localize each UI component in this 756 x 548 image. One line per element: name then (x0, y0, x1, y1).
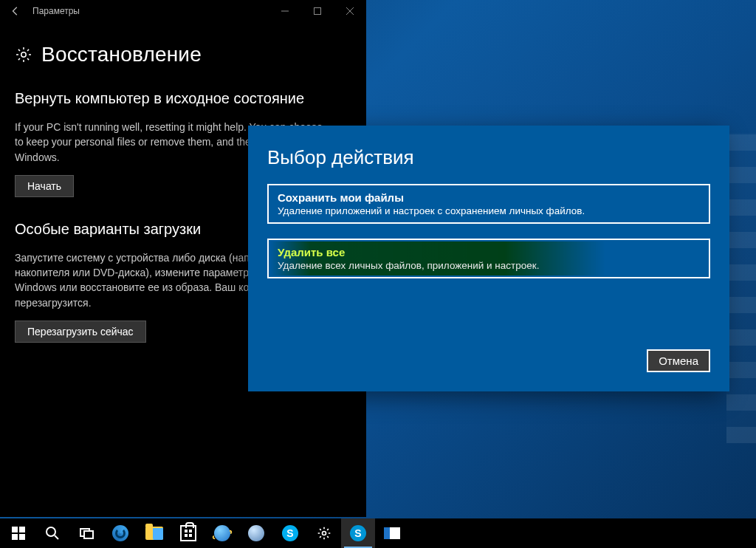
task-view-button[interactable] (69, 518, 103, 548)
start-button[interactable] (1, 518, 35, 548)
skype-preview-icon: S (350, 525, 366, 541)
svg-rect-8 (84, 531, 93, 538)
windows-icon (10, 524, 27, 542)
minimize-button[interactable] (269, 0, 301, 22)
back-button[interactable] (4, 0, 27, 22)
option-keep-files[interactable]: Сохранить мои файлы Удаление приложений … (267, 184, 710, 224)
close-button[interactable] (334, 0, 366, 22)
window-title: Параметры (32, 6, 80, 16)
reset-heading: Вернуть компьютер в исходное состояние (15, 89, 351, 108)
svg-rect-0 (315, 8, 321, 15)
skype-preview-button[interactable]: S (341, 518, 375, 548)
globe-app-button[interactable] (239, 518, 273, 548)
page-header: Восстановление (15, 43, 351, 66)
edge-icon (112, 525, 128, 541)
svg-point-13 (323, 532, 326, 535)
skype-button[interactable]: S (273, 518, 307, 548)
svg-rect-5 (19, 534, 25, 540)
skype-icon: S (282, 525, 298, 541)
reset-choice-dialog: Выбор действия Сохранить мои файлы Удале… (248, 126, 729, 391)
edge-button[interactable] (103, 518, 137, 548)
option-remove-desc: Удаление всех личных файлов, приложений … (278, 260, 700, 271)
gear-icon (317, 526, 331, 541)
titlebar: Параметры (0, 0, 366, 22)
svg-rect-10 (189, 530, 192, 532)
svg-rect-3 (19, 527, 25, 532)
option-remove-title: Удалить все (278, 246, 700, 258)
taskbar: S S (0, 518, 756, 548)
gear-icon (15, 46, 32, 64)
dialog-title: Выбор действия (267, 146, 710, 169)
svg-rect-11 (185, 534, 188, 537)
reset-start-button[interactable]: Начать (15, 175, 74, 197)
globe-icon (248, 525, 264, 541)
folder-icon (145, 527, 163, 540)
task-view-icon (78, 524, 95, 542)
svg-point-1 (21, 52, 26, 57)
page-title: Восстановление (41, 43, 202, 66)
store-icon (180, 525, 196, 541)
window-controls (269, 0, 366, 22)
wallpaper-accent (726, 133, 756, 443)
option-keep-files-desc: Удаление приложений и настроек с сохране… (278, 205, 700, 216)
search-button[interactable] (35, 518, 69, 548)
ie-icon (214, 525, 230, 541)
store-button[interactable] (171, 518, 205, 548)
internet-explorer-button[interactable] (205, 518, 239, 548)
maximize-button[interactable] (301, 0, 334, 22)
svg-rect-4 (12, 534, 18, 540)
svg-rect-2 (12, 527, 18, 532)
settings-taskbar-button[interactable] (307, 518, 341, 548)
app-icon (384, 527, 400, 539)
cancel-button[interactable]: Отмена (647, 349, 710, 372)
generic-app-button[interactable] (375, 518, 409, 548)
option-keep-files-title: Сохранить мои файлы (278, 191, 700, 204)
restart-now-button[interactable]: Перезагрузить сейчас (15, 321, 146, 343)
search-icon (44, 524, 61, 542)
svg-rect-9 (185, 530, 188, 532)
file-explorer-button[interactable] (137, 518, 171, 548)
svg-point-6 (47, 527, 55, 536)
option-remove-everything[interactable]: Удалить все Удаление всех личных файлов,… (267, 239, 710, 278)
svg-rect-12 (189, 534, 192, 537)
